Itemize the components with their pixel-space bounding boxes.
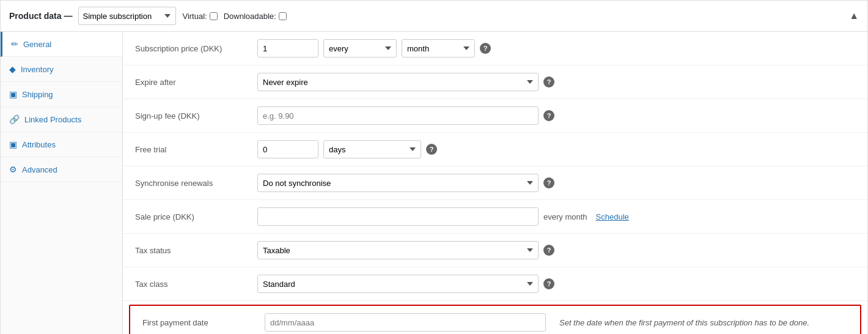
synchronise-renewals-label: Synchronise renewals [135, 179, 257, 188]
product-data-header: Product data — Simple subscription Simpl… [1, 1, 867, 32]
expire-after-controls: Never expire 1 month 2 months 3 months 6… [257, 73, 855, 91]
sidebar-item-linked-products[interactable]: 🔗 Linked Products [1, 107, 122, 132]
subscription-price-controls: every month day week year ? [257, 39, 855, 58]
form-section: Subscription price (DKK) every month day… [123, 32, 867, 334]
subscription-price-input[interactable] [257, 39, 318, 58]
tax-status-row: Tax status Taxable Shipping only None ? [123, 234, 867, 267]
synchronise-renewals-select[interactable]: Do not synchronise January February Marc… [257, 174, 539, 192]
first-payment-date-label: First payment date [142, 318, 265, 327]
tax-status-controls: Taxable Shipping only None ? [257, 241, 855, 259]
downloadable-label: Downloadable: [224, 12, 287, 21]
signup-fee-controls: ? [257, 106, 855, 125]
tax-status-help[interactable]: ? [543, 245, 554, 256]
free-trial-row: Free trial days weeks months years ? [123, 133, 867, 166]
free-trial-input[interactable] [257, 140, 318, 158]
sale-price-label: Sale price (DKK) [135, 212, 257, 221]
sidebar-item-label: Inventory [21, 65, 53, 74]
collapse-button[interactable]: ▲ [849, 10, 859, 21]
synchronise-renewals-help[interactable]: ? [543, 177, 554, 188]
virtual-checkbox[interactable] [210, 12, 218, 20]
downloadable-checkbox[interactable] [279, 12, 287, 20]
virtual-label: Virtual: [182, 12, 217, 21]
first-payment-date-note: Set the date when the first payment of t… [559, 318, 809, 327]
expire-after-label: Expire after [135, 78, 257, 87]
first-payment-date-controls: Set the date when the first payment of t… [265, 313, 848, 332]
sidebar-item-label: General [23, 40, 51, 49]
subscription-price-row: Subscription price (DKK) every month day… [123, 32, 867, 65]
expire-after-help[interactable]: ? [543, 76, 554, 87]
sidebar: ✏ General ◆ Inventory ▣ Shipping 🔗 Linke… [1, 32, 123, 334]
every-month-text: every month [543, 212, 587, 221]
synchronise-renewals-controls: Do not synchronise January February Marc… [257, 174, 855, 192]
general-icon: ✏ [11, 39, 18, 49]
free-trial-label: Free trial [135, 145, 257, 154]
product-data-container: Product data — Simple subscription Simpl… [0, 0, 868, 334]
subscription-price-help[interactable]: ? [480, 43, 491, 54]
sidebar-item-shipping[interactable]: ▣ Shipping [1, 82, 122, 107]
signup-fee-row: Sign-up fee (DKK) ? [123, 99, 867, 133]
main-content: Subscription price (DKK) every month day… [123, 32, 867, 334]
sale-price-input[interactable] [257, 207, 539, 226]
signup-fee-label: Sign-up fee (DKK) [135, 111, 257, 121]
tax-class-select[interactable]: Standard Reduced rate Zero rate [257, 275, 539, 293]
sidebar-item-inventory[interactable]: ◆ Inventory [1, 57, 122, 82]
attributes-icon: ▣ [9, 139, 17, 149]
free-trial-unit-select[interactable]: days weeks months years [323, 140, 421, 158]
sidebar-item-label: Shipping [22, 90, 53, 99]
sale-price-controls: every month Schedule [257, 207, 855, 226]
signup-fee-help[interactable]: ? [543, 110, 554, 121]
product-data-body: ✏ General ◆ Inventory ▣ Shipping 🔗 Linke… [1, 32, 867, 334]
first-payment-date-input[interactable] [265, 313, 546, 332]
tax-class-row: Tax class Standard Reduced rate Zero rat… [123, 267, 867, 301]
first-payment-date-row: First payment date Set the date when the… [129, 305, 861, 334]
advanced-icon: ⚙ [9, 165, 17, 174]
subscription-unit-select[interactable]: month day week year [402, 39, 475, 58]
product-data-title: Product data — [9, 11, 72, 21]
product-type-select[interactable]: Simple subscription Simple product Group… [78, 7, 176, 25]
signup-fee-input[interactable] [257, 106, 539, 125]
expire-after-select[interactable]: Never expire 1 month 2 months 3 months 6… [257, 73, 539, 91]
synchronise-renewals-row: Synchronise renewals Do not synchronise … [123, 166, 867, 200]
sidebar-item-label: Advanced [22, 165, 57, 174]
link-icon: 🔗 [9, 114, 20, 124]
sidebar-item-advanced[interactable]: ⚙ Advanced [1, 157, 122, 182]
tax-status-label: Tax status [135, 246, 257, 255]
subscription-every-select[interactable]: every [323, 39, 397, 58]
inventory-icon: ◆ [9, 64, 16, 74]
schedule-link[interactable]: Schedule [596, 212, 629, 221]
tax-status-select[interactable]: Taxable Shipping only None [257, 241, 539, 259]
sale-price-row: Sale price (DKK) every month Schedule [123, 200, 867, 234]
shipping-icon: ▣ [9, 89, 17, 99]
tax-class-help[interactable]: ? [543, 278, 554, 289]
sidebar-item-label: Attributes [22, 140, 56, 149]
subscription-price-label: Subscription price (DKK) [135, 44, 257, 53]
sidebar-item-general[interactable]: ✏ General [1, 32, 122, 57]
free-trial-help[interactable]: ? [426, 144, 437, 155]
tax-class-label: Tax class [135, 280, 257, 289]
expire-after-row: Expire after Never expire 1 month 2 mont… [123, 65, 867, 99]
sidebar-item-label: Linked Products [24, 115, 81, 124]
tax-class-controls: Standard Reduced rate Zero rate ? [257, 275, 855, 293]
sidebar-item-attributes[interactable]: ▣ Attributes [1, 132, 122, 157]
free-trial-controls: days weeks months years ? [257, 140, 855, 158]
